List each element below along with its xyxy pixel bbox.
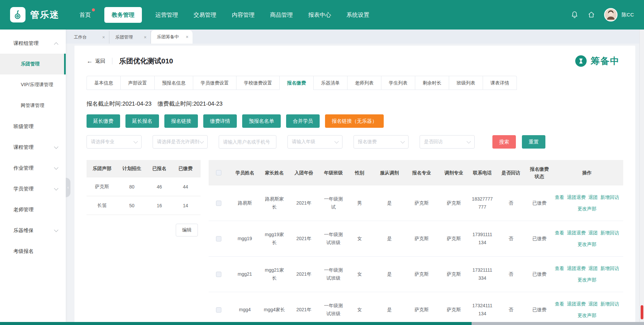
sidebar-item-乐器维保[interactable]: 乐器维保: [0, 220, 66, 241]
edit-button[interactable]: 编辑: [176, 224, 198, 236]
roster-col-header: 是否回访: [501, 169, 520, 176]
tab-预报名信息[interactable]: 预报名信息: [154, 76, 193, 90]
sidebar-item-课程组管理[interactable]: 课程组管理: [0, 33, 66, 54]
action-button-预报名名单[interactable]: 预报名名单: [242, 114, 281, 128]
tab-班级列表[interactable]: 班级列表: [449, 76, 483, 90]
filter-select-是否回访[interactable]: 是否回访: [420, 135, 475, 149]
action-button-延长报名[interactable]: 延长报名: [125, 114, 159, 128]
row-checkbox[interactable]: [216, 236, 221, 241]
sidebar-item-乐团管理[interactable]: 乐团管理: [0, 54, 66, 74]
action-button-合并学员[interactable]: 合并学员: [286, 114, 320, 128]
tab-报名缴费[interactable]: 报名缴费: [279, 76, 314, 90]
sidebar-item-老师管理[interactable]: 老师管理: [0, 199, 66, 220]
nav-item-首页[interactable]: 首页: [77, 7, 93, 23]
action-link-退团[interactable]: 退团: [588, 301, 598, 307]
detail-tabs: 基本信息声部设置预报名信息学员缴费设置学校缴费设置报名缴费乐器清单老师列表学生列…: [87, 76, 623, 90]
horizontal-scrollbar[interactable]: [0, 322, 644, 325]
action-link-查看[interactable]: 查看: [555, 195, 564, 201]
tab-课表详情[interactable]: 课表详情: [483, 76, 517, 90]
sidebar-item-考级报名[interactable]: 考级报名: [0, 241, 66, 262]
tab-老师列表[interactable]: 老师列表: [347, 76, 381, 90]
row-checkbox[interactable]: [216, 272, 221, 277]
action-link-退团[interactable]: 退团: [588, 195, 598, 201]
tab-学校缴费设置[interactable]: 学校缴费设置: [236, 76, 280, 90]
filter-input[interactable]: [223, 139, 272, 145]
sidebar-item-学员管理[interactable]: 学员管理: [0, 178, 66, 199]
filter-select-请输入年级[interactable]: 请输入年级: [287, 135, 342, 149]
action-link-查看[interactable]: 查看: [555, 301, 564, 307]
filter-select-请选择专业[interactable]: 请选择专业: [87, 135, 142, 149]
vertical-scrollbar[interactable]: [639, 30, 644, 322]
section-cell: 80: [129, 184, 135, 189]
action-link-更改声部[interactable]: 更改声部: [578, 313, 596, 319]
action-button-报名链接（无乐器）[interactable]: 报名链接（无乐器）: [325, 114, 384, 128]
roster-col-header: 报名缴费状态: [529, 165, 550, 180]
action-link-更改声部[interactable]: 更改声部: [578, 241, 596, 248]
select-all-checkbox[interactable]: [216, 170, 221, 175]
open-tab-乐团管理[interactable]: 乐团管理×: [109, 31, 151, 44]
action-link-退团退费[interactable]: 退团退费: [567, 230, 586, 236]
action-link-退团退费[interactable]: 退团退费: [567, 195, 586, 201]
bell-icon[interactable]: [571, 11, 579, 19]
row-checkbox[interactable]: [216, 201, 221, 206]
action-link-新增回访[interactable]: 新增回访: [600, 301, 619, 307]
action-link-更改声部[interactable]: 更改声部: [578, 277, 596, 283]
nav-item-报表中心[interactable]: 报表中心: [306, 7, 333, 23]
close-icon[interactable]: ×: [100, 35, 105, 40]
sidebar-item-VIP/乐理课管理[interactable]: VIP/乐理课管理: [0, 74, 66, 95]
close-icon[interactable]: ×: [183, 34, 189, 40]
reset-button[interactable]: 重置: [522, 135, 545, 149]
tab-基本信息[interactable]: 基本信息: [87, 76, 121, 90]
cell-gender: 女: [357, 270, 362, 278]
action-link-查看[interactable]: 查看: [555, 266, 564, 272]
action-link-退团退费[interactable]: 退团退费: [567, 301, 586, 307]
nav-item-运营管理[interactable]: 运营管理: [153, 7, 180, 23]
sidebar-item-课程管理[interactable]: 课程管理: [0, 137, 66, 158]
action-link-更改声部[interactable]: 更改声部: [578, 206, 596, 212]
action-link-退团退费[interactable]: 退团退费: [567, 266, 586, 272]
action-link-查看[interactable]: 查看: [555, 230, 564, 236]
action-button-缴费详情[interactable]: 缴费详情: [203, 114, 237, 128]
action-link-新增回访[interactable]: 新增回访: [600, 230, 619, 236]
action-link-退团[interactable]: 退团: [588, 230, 598, 236]
user-avatar[interactable]: [604, 8, 618, 21]
tab-声部设置[interactable]: 声部设置: [120, 76, 155, 90]
tab-乐器清单[interactable]: 乐器清单: [313, 76, 347, 90]
home-icon[interactable]: [587, 11, 595, 19]
cell-gender: 女: [357, 235, 362, 243]
nav-item-系统设置[interactable]: 系统设置: [344, 7, 371, 23]
close-icon[interactable]: ×: [141, 35, 147, 40]
username[interactable]: 陈CC: [622, 12, 634, 18]
sidebar-item-作业管理[interactable]: 作业管理: [0, 158, 66, 178]
action-button-报名链接[interactable]: 报名链接: [164, 114, 198, 128]
back-button[interactable]: ← 返回: [87, 58, 105, 65]
nav-item-教务管理[interactable]: 教务管理: [104, 7, 142, 23]
action-link-新增回访[interactable]: 新增回访: [600, 266, 619, 272]
action-button-延长缴费[interactable]: 延长缴费: [87, 114, 120, 128]
sidebar-item-网管课管理[interactable]: 网管课管理: [0, 95, 66, 116]
filter-select-报名缴费[interactable]: 报名缴费: [354, 135, 409, 149]
action-link-新增回访[interactable]: 新增回访: [600, 195, 619, 201]
main-content: ← 返回 乐团优化测试010 筹备中 基本信息声部设置预报名信息学员缴费设置学校…: [66, 44, 639, 322]
tab-学员缴费设置[interactable]: 学员缴费设置: [193, 76, 236, 90]
open-tab-工作台[interactable]: 工作台×: [68, 31, 109, 44]
horizontal-scrollbar-thumb[interactable]: [0, 322, 472, 325]
tab-剩余时长[interactable]: 剩余时长: [415, 76, 449, 90]
action-link-退团[interactable]: 退团: [588, 266, 598, 272]
open-tab-乐团筹备中[interactable]: 乐团筹备中×: [151, 30, 193, 44]
tab-学生列表[interactable]: 学生列表: [381, 76, 415, 90]
chevron-down-icon: [467, 139, 471, 144]
sidebar-item-班级管理[interactable]: 班级管理: [0, 116, 66, 137]
filter-select-请选择是否允许调剂[interactable]: 请选择是否允许调剂: [153, 135, 208, 149]
nav-item-交易管理[interactable]: 交易管理: [192, 7, 218, 23]
nav-item-商品管理[interactable]: 商品管理: [268, 7, 295, 23]
search-button[interactable]: 搜索: [492, 135, 516, 149]
section-col-header: 乐团声部: [93, 166, 111, 172]
cell-student: mgg4: [239, 306, 251, 314]
nav-item-内容管理[interactable]: 内容管理: [230, 7, 257, 23]
row-checkbox[interactable]: [216, 307, 221, 313]
roster-col-header: 家长姓名: [265, 169, 284, 176]
vertical-scrollbar-thumb[interactable]: [641, 305, 643, 319]
section-cell: 46: [157, 184, 162, 189]
sidebar-collapse-handle[interactable]: ‹: [66, 178, 70, 197]
